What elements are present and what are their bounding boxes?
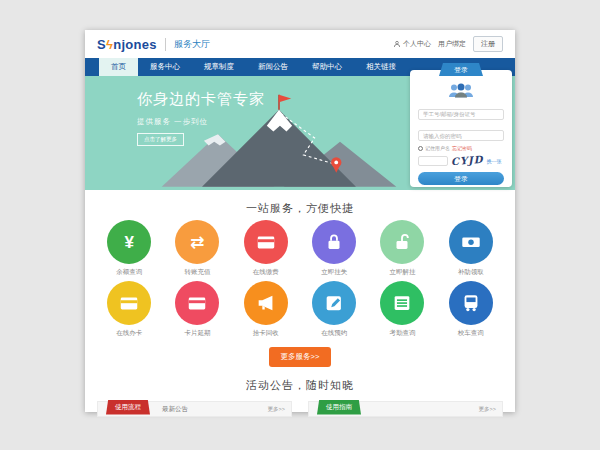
service-transfer-recharge[interactable]: ⇄ 转账充值 [163,220,231,277]
bus-icon [460,292,482,314]
nav-item-news[interactable]: 新闻公告 [246,58,300,76]
more-link[interactable]: 更多>> [479,406,496,413]
top-bar: Sϟnjones 服务大厅 个人中心 用户绑定 注册 [85,30,515,58]
site-name: 服务大厅 [165,38,210,51]
bank-card-icon [255,231,277,253]
captcha-input[interactable] [418,156,448,166]
login-tab[interactable]: 登录 [439,63,483,76]
announcements-section-title: 活动公告，随时知晓 [85,378,515,393]
banknote-icon [460,231,482,253]
service-balance-query[interactable]: ¥ 余额查询 [95,220,163,277]
captcha-refresh-link[interactable]: 换一张 [487,158,502,164]
service-online-booking[interactable]: 在线预约 [300,281,368,338]
tab-usage-flow[interactable]: 使用流程 [106,400,150,415]
service-online-payment[interactable]: 在线缴费 [232,220,300,277]
more-link[interactable]: 更多>> [268,406,285,413]
service-card-extension[interactable]: 卡片延期 [163,281,231,338]
service-attendance-query[interactable]: 考勤查询 [368,281,436,338]
users-group-icon [447,83,475,98]
nav-item-home[interactable]: 首页 [99,58,138,76]
user-binding-link[interactable]: 用户绑定 [438,39,466,49]
user-binding-label: 用户绑定 [438,39,466,49]
service-found-card-return[interactable]: 拾卡回收 [232,281,300,338]
panel-usage-guide: 使用指南 更多>> [308,401,503,417]
personal-center-link[interactable]: 个人中心 [393,39,431,49]
hero-banner: 你身边的卡管专家 提供服务 一步到位 点击了解更多 登录 [85,76,515,190]
forgot-password-link[interactable]: 忘记密码 [452,145,472,151]
password-input[interactable] [418,130,504,141]
yen-icon: ¥ [124,234,133,251]
transfer-icon: ⇄ [190,234,204,251]
nav-item-help-center[interactable]: 帮助中心 [300,58,354,76]
services-grid: ¥ 余额查询 ⇄ 转账充值 在线缴费 立即挂失 [85,220,515,338]
service-online-card-apply[interactable]: 在线办卡 [95,281,163,338]
logo: Sϟnjones [97,37,157,52]
edit-icon [323,292,345,314]
panel-usage-flow: 使用流程 最新公告 更多>> [97,401,292,417]
captcha-row: CYJD 换一张 [418,155,504,166]
user-icon [393,40,401,48]
bank-card-icon [186,292,208,314]
service-subsidy-collect[interactable]: 补助领取 [437,220,505,277]
nav-item-links[interactable]: 相关链接 [354,58,408,76]
logo-text: S [97,37,106,52]
megaphone-icon [255,292,277,314]
topbar-actions: 个人中心 用户绑定 注册 [393,36,503,52]
login-submit-button[interactable]: 登录 [418,172,504,185]
remember-row: 记住用户名 忘记密码 [418,145,504,151]
service-school-bus-query[interactable]: 校车查询 [437,281,505,338]
more-services-button[interactable]: 更多服务>> [269,347,332,367]
personal-center-label: 个人中心 [403,39,431,49]
login-card: 登录 记住用户名 忘记密码 CYJD 换一张 登录 [410,70,512,187]
logo-text-rest: njones [113,37,157,52]
portal-page: Sϟnjones 服务大厅 个人中心 用户绑定 注册 首页 服务中心 规章制度 … [85,30,515,412]
remember-label: 记住用户名 [425,145,450,151]
remember-checkbox[interactable] [418,146,423,151]
nav-item-service-center[interactable]: 服务中心 [138,58,192,76]
tab-usage-guide[interactable]: 使用指南 [317,400,361,415]
service-report-loss[interactable]: 立即挂失 [300,220,368,277]
mountain-illustration [157,86,401,190]
services-row-1: ¥ 余额查询 ⇄ 转账充值 在线缴费 立即挂失 [95,220,505,277]
service-cancel-loss[interactable]: 立即解挂 [368,220,436,277]
username-input[interactable] [418,109,504,120]
tab-latest-announcements[interactable]: 最新公告 [162,405,188,414]
services-section-title: 一站服务，方便快捷 [85,201,515,216]
bank-card-icon [118,292,140,314]
announcement-panels: 使用流程 最新公告 更多>> 使用指南 更多>> [85,401,515,417]
unlock-icon [391,231,413,253]
lock-icon [323,231,345,253]
register-button[interactable]: 注册 [473,36,503,52]
captcha-image[interactable]: CYJD [451,154,484,167]
nav-item-rules[interactable]: 规章制度 [192,58,246,76]
services-row-2: 在线办卡 卡片延期 拾卡回收 在线预约 [95,281,505,338]
attendance-list-icon [391,292,413,314]
